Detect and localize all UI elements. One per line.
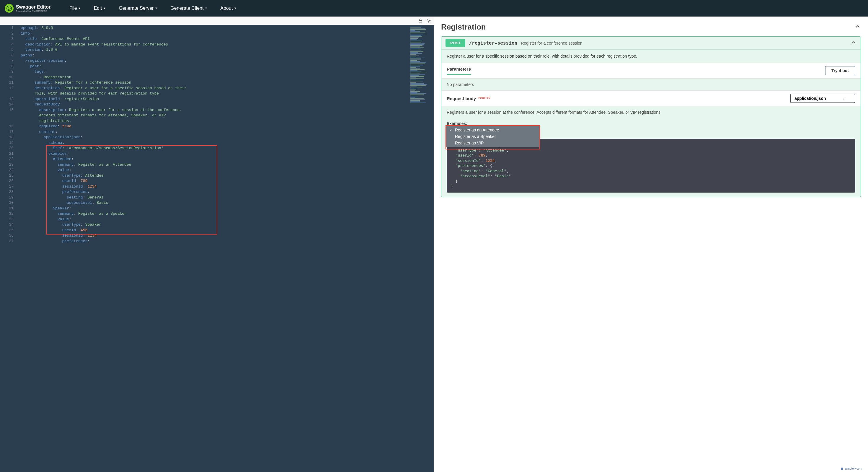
menu-file[interactable]: File▼	[69, 6, 81, 11]
tag-header[interactable]: Registration	[441, 23, 861, 32]
editor-toolbar	[0, 17, 434, 25]
svg-point-3	[428, 20, 429, 21]
examples-dropdown: Register as an Attendee Register as a Sp…	[446, 126, 539, 147]
code-content[interactable]: openapi: 3.0.0info: title: Conference Ev…	[17, 25, 409, 472]
example-option-speaker[interactable]: Register as a Speaker	[446, 133, 539, 140]
svg-text:{ }: { }	[8, 7, 11, 10]
operation-header[interactable]: POST /register-session Register for a co…	[441, 37, 861, 49]
svg-rect-2	[419, 20, 422, 22]
code-editor[interactable]: 1234567891011121314151617181920212223242…	[0, 25, 434, 472]
sun-icon[interactable]	[426, 18, 431, 23]
menu-generate-server[interactable]: Generate Server▼	[119, 6, 157, 11]
docs-pane[interactable]: Registration POST /register-session Regi…	[434, 17, 868, 472]
menu-edit[interactable]: Edit▼	[94, 6, 106, 11]
chevron-down-icon: ▼	[234, 7, 237, 10]
menu-about[interactable]: About▼	[220, 6, 237, 11]
editor-pane: 1234567891011121314151617181920212223242…	[0, 17, 434, 472]
required-tag: required	[478, 96, 490, 99]
logo: { } Swagger Editor. Supported by SMARTBE…	[5, 4, 52, 13]
chevron-down-icon: ▼	[103, 7, 106, 10]
operation-description: Register a user for a specific session b…	[441, 50, 861, 63]
operation-block: POST /register-session Register for a co…	[441, 36, 861, 197]
operation-path: /register-session	[469, 40, 517, 46]
menubar: { } Swagger Editor. Supported by SMARTBE…	[0, 0, 868, 17]
chevron-up-icon[interactable]	[850, 39, 857, 47]
chevron-down-icon: ▼	[78, 7, 81, 10]
no-parameters-text: No parameters	[441, 79, 861, 90]
example-option-attendee[interactable]: Register as an Attendee	[446, 127, 539, 133]
chevron-up-icon[interactable]	[855, 23, 861, 31]
menu-generate-client[interactable]: Generate Client▼	[170, 6, 207, 11]
parameters-bar: Parameters Try it out	[441, 63, 861, 79]
example-option-vip[interactable]: Register as VIP	[446, 140, 539, 146]
swagger-logo-icon: { }	[5, 4, 13, 13]
mime-select[interactable]: application/json ⌄	[790, 94, 855, 103]
line-gutter: 1234567891011121314151617181920212223242…	[0, 25, 17, 472]
minimap[interactable]	[409, 25, 434, 472]
lock-open-icon[interactable]	[418, 18, 423, 23]
watermark: annotely.com	[841, 467, 862, 470]
logo-byline: Supported by SMARTBEAR	[16, 10, 52, 12]
request-body-description: Registers a user for a session at the co…	[441, 106, 861, 118]
logo-title: Swagger Editor.	[16, 4, 52, 10]
chevron-down-icon: ⌄	[843, 96, 845, 100]
parameters-title: Parameters	[447, 66, 471, 75]
tag-title: Registration	[441, 23, 486, 32]
request-body-title: Request body	[447, 96, 476, 101]
try-it-out-button[interactable]: Try it out	[825, 66, 855, 75]
mime-value: application/json	[795, 96, 826, 101]
chevron-down-icon: ▼	[205, 7, 207, 10]
svg-rect-4	[841, 468, 843, 470]
method-badge: POST	[445, 39, 465, 47]
request-body-bar: Request body required application/json ⌄	[441, 90, 861, 106]
chevron-down-icon: ▼	[155, 7, 157, 10]
operation-summary: Register for a conference session	[521, 41, 583, 46]
